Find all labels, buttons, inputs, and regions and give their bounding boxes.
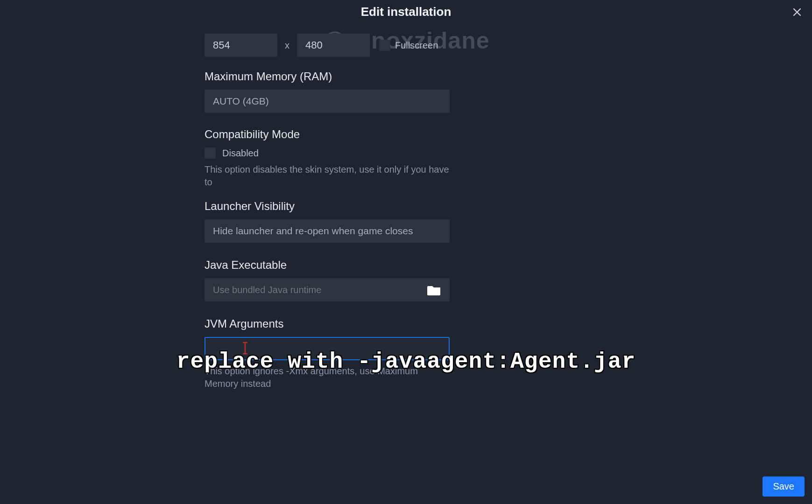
launcher-visibility-select[interactable]: Hide launcher and re-open when game clos…: [205, 219, 450, 243]
folder-icon[interactable]: [427, 284, 441, 295]
jvm-args-label: JVM Arguments: [205, 317, 450, 330]
resolution-separator: x: [284, 40, 290, 51]
close-button[interactable]: [788, 4, 806, 22]
memory-select[interactable]: AUTO (4GB): [205, 90, 450, 113]
compat-checkbox-label: Disabled: [222, 148, 259, 159]
java-exec-input[interactable]: [213, 285, 427, 295]
launcher-visibility-label: Launcher Visibility: [205, 200, 450, 213]
close-icon: [792, 7, 802, 20]
fullscreen-toggle-row: Fullscreen: [379, 40, 438, 51]
resolution-height-input[interactable]: [297, 34, 370, 57]
fullscreen-checkbox[interactable]: [379, 40, 390, 51]
memory-label: Maximum Memory (RAM): [205, 70, 450, 83]
java-exec-field: [205, 278, 450, 301]
jvm-args-helper: This option ignores -Xmx arguments, use …: [205, 365, 429, 390]
memory-value: AUTO (4GB): [213, 96, 269, 107]
launcher-visibility-value: Hide launcher and re-open when game clos…: [213, 225, 413, 237]
compat-row: Disabled: [205, 147, 450, 159]
fullscreen-label: Fullscreen: [395, 40, 438, 51]
java-exec-label: Java Executable: [205, 259, 450, 272]
compat-label: Compatibility Mode: [205, 128, 450, 141]
settings-form: x Fullscreen Maximum Memory (RAM) AUTO (…: [205, 34, 450, 390]
compat-checkbox[interactable]: [205, 147, 216, 159]
compat-helper: This option disables the skin system, us…: [205, 163, 450, 189]
jvm-args-input[interactable]: [205, 337, 450, 360]
modal-title: Edit installation: [0, 5, 812, 19]
resolution-width-input[interactable]: [205, 34, 277, 57]
save-button[interactable]: Save: [763, 476, 805, 497]
resolution-row: x Fullscreen: [205, 34, 450, 57]
edit-installation-modal: Edit installation @zenoxzidane x Fullscr…: [0, 0, 812, 504]
